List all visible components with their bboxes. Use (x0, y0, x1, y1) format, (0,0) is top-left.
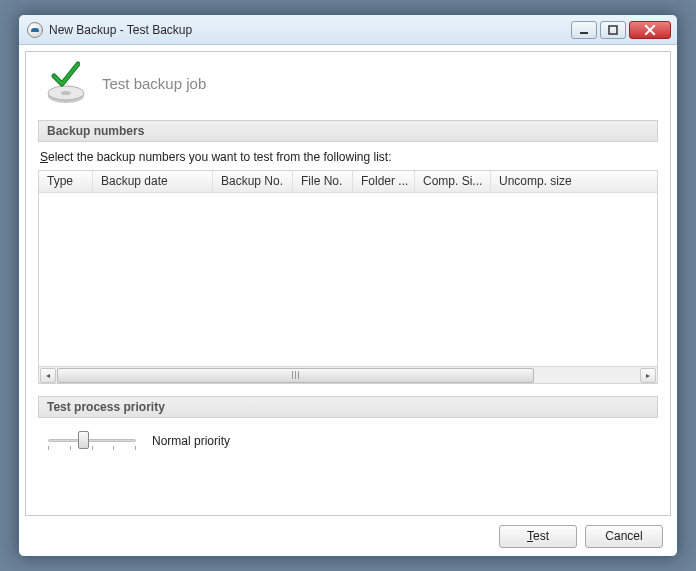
backup-numbers-list[interactable]: Type Backup date Backup No. File No. Fol… (38, 170, 658, 384)
col-type[interactable]: Type (39, 171, 93, 192)
col-comp-size[interactable]: Comp. Si... (415, 171, 491, 192)
scrollbar-track[interactable] (57, 368, 639, 383)
col-file-no[interactable]: File No. (293, 171, 353, 192)
maximize-button[interactable] (600, 21, 626, 39)
page-title: Test backup job (102, 75, 206, 92)
priority-row: Normal priority (38, 418, 658, 462)
col-uncomp-size[interactable]: Uncomp. size (491, 171, 657, 192)
priority-slider[interactable] (44, 428, 140, 454)
col-backup-date[interactable]: Backup date (93, 171, 213, 192)
scroll-left-button[interactable]: ◂ (40, 368, 56, 383)
scroll-right-button[interactable]: ▸ (640, 368, 656, 383)
priority-label: Normal priority (152, 434, 230, 448)
client-area: Test backup job Backup numbers Select th… (25, 51, 671, 516)
svg-rect-1 (609, 26, 617, 34)
section-backup-numbers: Backup numbers (38, 120, 658, 142)
test-button[interactable]: Test (499, 525, 577, 548)
svg-point-4 (61, 91, 71, 95)
page-header: Test backup job (38, 52, 658, 118)
svg-rect-0 (580, 32, 588, 34)
col-backup-no[interactable]: Backup No. (213, 171, 293, 192)
horizontal-scrollbar[interactable]: ◂ ▸ (39, 366, 657, 383)
section-test-priority: Test process priority (38, 396, 658, 418)
dialog-window: New Backup - Test Backup (18, 14, 678, 557)
checkmark-disc-icon (44, 62, 90, 104)
table-body[interactable] (39, 193, 657, 366)
col-folder[interactable]: Folder ... (353, 171, 415, 192)
instruction-text: Select the backup numbers you want to te… (38, 142, 658, 170)
cancel-button[interactable]: Cancel (585, 525, 663, 548)
dialog-footer: Test Cancel (19, 522, 677, 556)
app-icon (27, 22, 43, 38)
close-button[interactable] (629, 21, 671, 39)
window-title: New Backup - Test Backup (49, 23, 192, 37)
slider-thumb[interactable] (78, 431, 89, 449)
scrollbar-thumb[interactable] (57, 368, 534, 383)
table-header: Type Backup date Backup No. File No. Fol… (39, 171, 657, 193)
minimize-button[interactable] (571, 21, 597, 39)
title-bar[interactable]: New Backup - Test Backup (19, 15, 677, 45)
